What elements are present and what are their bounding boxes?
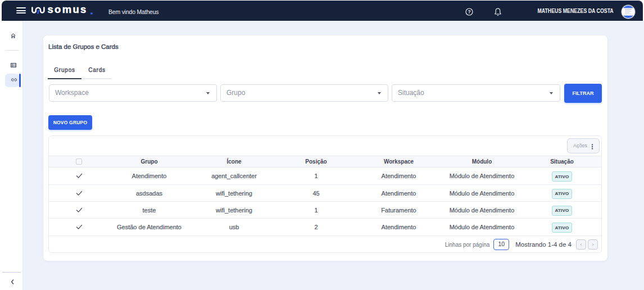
svg-text:?: ?: [468, 9, 470, 15]
